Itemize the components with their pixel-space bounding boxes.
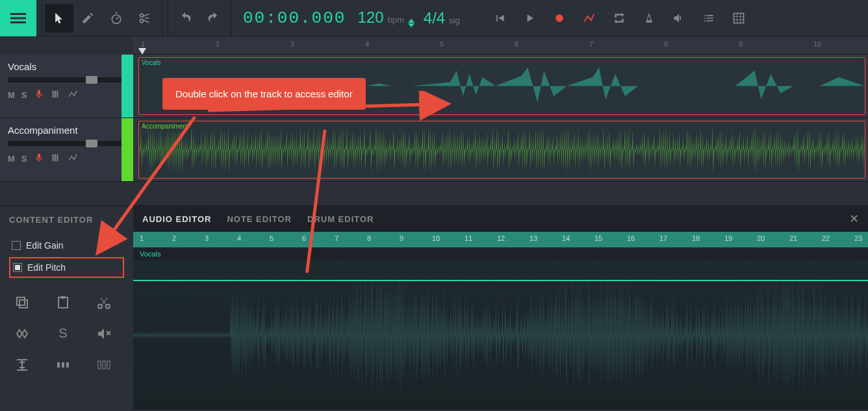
paste-button[interactable] (50, 291, 76, 314)
svg-point-3 (112, 15, 120, 23)
track-list-panel: Vocals M S Accompaniment M S (0, 36, 133, 205)
record-button[interactable] (544, 4, 574, 32)
pitch-line[interactable] (133, 280, 868, 281)
arm-record-button[interactable] (34, 89, 44, 101)
svg-rect-10 (57, 91, 58, 98)
time-display[interactable]: 00:00.000 (243, 8, 346, 28)
quantize-button[interactable] (50, 353, 76, 377)
editor-ruler-tick: 4 (237, 234, 241, 242)
volume-slider[interactable] (8, 77, 125, 82)
svg-rect-27 (98, 361, 101, 369)
svg-rect-28 (103, 361, 105, 369)
pointer-tool-button[interactable] (45, 4, 73, 32)
svg-rect-0 (10, 13, 26, 15)
piano-roll-button[interactable] (51, 153, 61, 165)
svg-rect-24 (57, 362, 60, 367)
editor-panel: CONTENT EDITOR Edit Gain Edit Pitch S AU… (0, 205, 868, 411)
editor-waveform-view[interactable] (133, 260, 868, 410)
svg-rect-20 (61, 296, 65, 299)
timeline-ruler[interactable]: 12345678910 (133, 36, 868, 55)
ruler-tick: 9 (739, 36, 743, 48)
normalize-button[interactable] (91, 353, 117, 377)
timeline[interactable]: 12345678910 Vocals Accompaniment (133, 36, 868, 205)
svg-rect-12 (55, 155, 56, 162)
time-signature-control[interactable]: 4/4 sig (424, 9, 460, 27)
editor-ruler-tick: 18 (692, 234, 700, 242)
checkbox-icon (13, 263, 22, 272)
tempo-control[interactable]: 120 bpm (357, 8, 414, 27)
automation-button[interactable] (574, 4, 604, 32)
editor-ruler-tick: 16 (627, 234, 635, 242)
list-button[interactable] (694, 4, 724, 32)
scissors-tool-button[interactable] (131, 4, 159, 32)
fade-button[interactable] (9, 353, 35, 377)
volume-slider[interactable] (8, 141, 125, 146)
track-header-accompaniment[interactable]: Accompaniment M S (0, 118, 133, 182)
edit-pitch-option[interactable]: Edit Pitch (9, 257, 124, 278)
svg-rect-9 (55, 91, 56, 98)
svg-rect-7 (734, 13, 743, 23)
ruler-tick: 2 (216, 36, 220, 48)
solo-button[interactable]: S (21, 90, 27, 100)
mute-clip-button[interactable] (91, 322, 117, 345)
skip-start-button[interactable] (485, 4, 515, 32)
pencil-tool-button[interactable] (73, 4, 102, 32)
track-lane-accompaniment[interactable]: Accompaniment (133, 118, 868, 182)
ruler-tick: 1 (141, 36, 145, 48)
speaker-button[interactable] (664, 4, 694, 32)
editor-ruler-tick: 22 (822, 234, 830, 242)
copy-button[interactable] (9, 291, 35, 314)
undo-button[interactable] (171, 4, 199, 32)
svg-rect-19 (58, 297, 68, 308)
svg-point-6 (555, 14, 563, 22)
automation-lane-button[interactable] (68, 89, 78, 101)
ruler-tick: 6 (515, 36, 518, 48)
svg-rect-8 (52, 91, 53, 98)
solo-button[interactable]: S (21, 154, 27, 164)
editor-ruler-tick: 3 (205, 234, 209, 242)
automation-lane-button[interactable] (68, 153, 78, 165)
track-header-vocals[interactable]: Vocals M S (0, 55, 133, 118)
loop-button[interactable] (604, 4, 634, 32)
svg-text:S: S (58, 326, 67, 340)
editor-ruler-tick: 12 (497, 234, 505, 242)
editor-ruler-tick: 23 (854, 234, 862, 242)
stretch-button[interactable]: S (50, 322, 76, 345)
mute-button[interactable]: M (8, 154, 15, 164)
ruler-tick: 10 (813, 36, 821, 48)
ruler-tick: 8 (664, 36, 668, 48)
editor-tab-bar: AUDIO EDITOR NOTE EDITOR DRUM EDITOR ✕ (133, 206, 868, 232)
edit-gain-option[interactable]: Edit Gain (9, 236, 124, 255)
checkbox-icon (12, 241, 21, 250)
svg-rect-11 (52, 155, 53, 162)
editor-ruler-tick: 15 (594, 234, 602, 242)
play-button[interactable] (515, 4, 544, 32)
svg-rect-26 (66, 362, 69, 367)
piano-roll-button[interactable] (51, 89, 61, 101)
timer-tool-button[interactable] (102, 4, 131, 32)
tab-drum-editor[interactable]: DRUM EDITOR (307, 214, 374, 224)
svg-rect-17 (17, 297, 25, 305)
trim-button[interactable] (9, 322, 35, 345)
metronome-button[interactable] (634, 4, 664, 32)
redo-button[interactable] (199, 4, 228, 32)
mute-button[interactable]: M (8, 90, 15, 100)
editor-ruler[interactable]: 1234567891011121314151617181920212223 (133, 232, 868, 247)
grid-button[interactable] (724, 4, 754, 32)
close-editor-button[interactable]: ✕ (849, 212, 859, 226)
svg-rect-2 (10, 21, 26, 23)
menu-button[interactable] (0, 0, 36, 36)
editor-ruler-tick: 8 (367, 234, 371, 242)
editor-ruler-tick: 9 (400, 234, 403, 242)
arrangement-view: Vocals M S Accompaniment M S (0, 36, 868, 205)
tab-audio-editor[interactable]: AUDIO EDITOR (142, 214, 211, 224)
editor-ruler-tick: 20 (757, 234, 765, 242)
editor-ruler-tick: 19 (724, 234, 732, 242)
tempo-stepper-icon[interactable] (408, 19, 415, 27)
ruler-tick: 4 (365, 36, 369, 48)
editor-ruler-tick: 13 (530, 234, 537, 242)
arm-record-button[interactable] (34, 153, 44, 165)
tab-note-editor[interactable]: NOTE EDITOR (227, 214, 292, 224)
cut-button[interactable] (91, 291, 117, 314)
editor-ruler-tick: 10 (432, 234, 440, 242)
